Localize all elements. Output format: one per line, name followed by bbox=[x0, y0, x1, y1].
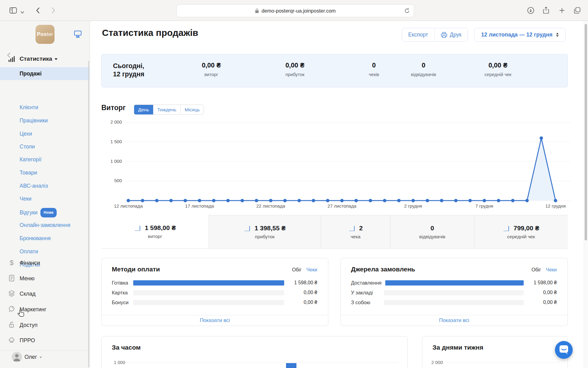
sidebar-item-online-orders[interactable]: Онлайн-замовлення bbox=[20, 221, 70, 229]
turnover-receipts-toggle: Обіг Чеки bbox=[292, 267, 318, 273]
sidebar-section-access[interactable]: Доступ bbox=[20, 321, 38, 329]
sidebar-item-products[interactable]: Товари bbox=[20, 169, 37, 177]
y-tick-label: 1 500 bbox=[97, 139, 122, 144]
today-profit: 0,00 ₴прибуток bbox=[285, 62, 304, 77]
user-menu[interactable]: Олег bbox=[24, 353, 42, 361]
summary-visitors[interactable]: 0 відвідувачів bbox=[390, 215, 474, 248]
today-summary-card: Сьогодні,12 грудня 0,00 ₴виторг 0,00 ₴пр… bbox=[101, 54, 568, 87]
today-visitors: 0відвідувачів bbox=[411, 62, 436, 77]
sidebar-scrollbar[interactable] bbox=[88, 61, 89, 367]
new-badge: Нове bbox=[40, 208, 56, 217]
bar-track bbox=[133, 280, 284, 286]
printer-icon bbox=[441, 32, 447, 38]
payment-methods-panel: Методи оплати Обіг Чеки Готівка 1 598,00… bbox=[101, 258, 328, 326]
sidebar-section-marketing[interactable]: Маркетинг bbox=[20, 305, 47, 314]
sidebar-section-statistics[interactable]: Статистика bbox=[20, 55, 58, 63]
payment-row-bonuses: Бонуси 0,00 ₴ bbox=[112, 297, 317, 307]
today-average-receipt: 0,00 ₴середній чек bbox=[484, 62, 511, 77]
address-bar[interactable]: demo-posterqr-ua.joinposter.com bbox=[176, 4, 414, 17]
sidebar-item-tables[interactable]: Столи bbox=[20, 143, 35, 151]
stepper-icon bbox=[556, 33, 559, 37]
sidebar-section-prro[interactable]: ПРРО bbox=[20, 336, 35, 345]
chevron-down-icon bbox=[40, 357, 42, 358]
sidebar-section-menu[interactable]: Меню bbox=[20, 274, 35, 283]
sidebar-item-reservations[interactable]: Бронювання bbox=[20, 234, 51, 242]
today-revenue: 0,00 ₴виторг bbox=[202, 62, 221, 77]
bar bbox=[286, 363, 296, 368]
gridline bbox=[129, 362, 399, 362]
today-receipts: 0чеків bbox=[369, 62, 379, 77]
sidebar-item-clients[interactable]: Клієнти bbox=[20, 103, 38, 111]
today-title: Сьогодні,12 грудня bbox=[113, 62, 144, 79]
toolbar-caret-icon[interactable] bbox=[20, 8, 24, 16]
bar-track bbox=[384, 300, 524, 305]
date-range-select[interactable]: 12 листопада — 12 грудня bbox=[474, 28, 566, 42]
summary-average-receipt[interactable]: 799,00 ₴ середній чек bbox=[474, 215, 568, 248]
loudspeaker-icon bbox=[8, 305, 15, 313]
refresh-icon[interactable] bbox=[404, 8, 410, 14]
period-tabs: День Тиждень Місяць bbox=[134, 105, 204, 115]
layers-icon bbox=[8, 290, 15, 297]
sidebar-item-sales[interactable]: Продажі bbox=[0, 67, 90, 80]
source-row-delivery: Доставлення 1 598,00 ₴ bbox=[351, 278, 557, 288]
tab-week[interactable]: Тиждень bbox=[153, 105, 180, 114]
lock-open-icon bbox=[8, 321, 15, 328]
download-icon[interactable] bbox=[527, 6, 535, 14]
sidebar-item-payments[interactable]: Оплати bbox=[20, 247, 38, 255]
bar-track bbox=[385, 280, 524, 286]
sidebar-item-workshops[interactable]: Цехи bbox=[20, 130, 32, 138]
sidebar-item-categories[interactable]: Категорії bbox=[20, 155, 41, 163]
y-tick-label: 1 000 bbox=[105, 360, 125, 365]
poster-logo[interactable]: Poster bbox=[36, 25, 55, 44]
y-tick-label: 2 000 bbox=[422, 360, 443, 365]
spark-icon bbox=[134, 225, 142, 232]
lock-icon bbox=[255, 8, 259, 13]
panel-title: За днями тижня bbox=[432, 344, 483, 351]
export-button[interactable]: Експорт bbox=[402, 28, 434, 41]
chat-widget-button[interactable] bbox=[555, 341, 573, 359]
sidebar-item-receipts[interactable]: Чеки bbox=[20, 195, 32, 203]
revenue-summary-row: 1 598,00 ₴ виторг 1 398,55 ₴ прибуток 2 … bbox=[101, 215, 568, 249]
panel-title: Джерела замовлень bbox=[351, 266, 415, 273]
sidebar-item-abc-analysis[interactable]: АВС-аналіз bbox=[20, 182, 48, 190]
summary-receipts[interactable]: 2 чека bbox=[321, 215, 390, 248]
receipts-toggle[interactable]: Чеки bbox=[546, 267, 557, 273]
summary-revenue[interactable]: 1 598,00 ₴ виторг bbox=[101, 215, 209, 248]
receipts-toggle[interactable]: Чеки bbox=[307, 267, 318, 273]
sidebar-section-finance[interactable]: Фінанси bbox=[20, 259, 40, 267]
sidebar-item-reviews[interactable]: ВідгукиНове bbox=[20, 208, 57, 217]
summary-profit[interactable]: 1 398,55 ₴ прибуток bbox=[209, 215, 321, 248]
spark-icon bbox=[503, 225, 511, 232]
forward-icon[interactable] bbox=[49, 6, 57, 14]
turnover-toggle[interactable]: Обіг bbox=[532, 267, 541, 273]
sidebar-item-employees[interactable]: Працівники bbox=[20, 117, 48, 125]
show-all-link[interactable]: Показати всі bbox=[341, 315, 567, 326]
y-tick-label: 500 bbox=[97, 178, 122, 183]
bar-chart-icon bbox=[8, 56, 15, 62]
by-time-panel: За часом 1 000 bbox=[101, 336, 408, 368]
revenue-title: Виторг bbox=[101, 104, 126, 112]
terminal-icon[interactable] bbox=[74, 30, 82, 38]
sidebar-toggle-icon[interactable] bbox=[9, 6, 17, 14]
bar-fill bbox=[385, 280, 524, 286]
chat-bubble-icon bbox=[555, 341, 573, 359]
payment-row-cash: Готівка 1 598,00 ₴ bbox=[112, 278, 317, 288]
page-title: Статистика продажів bbox=[102, 28, 198, 38]
new-tab-icon[interactable] bbox=[558, 6, 566, 14]
tab-month[interactable]: Місяць bbox=[180, 105, 204, 114]
share-icon[interactable] bbox=[542, 6, 550, 14]
tab-overview-icon[interactable] bbox=[573, 6, 581, 14]
back-icon[interactable] bbox=[34, 6, 42, 14]
dollar-icon: $ bbox=[8, 259, 15, 266]
tab-day[interactable]: День bbox=[134, 105, 153, 114]
sidebar-section-warehouse[interactable]: Склад bbox=[20, 289, 36, 298]
screen: demo-posterqr-ua.joinposter.com Poster bbox=[0, 0, 588, 368]
page-scrollbar-thumb[interactable] bbox=[585, 24, 587, 240]
show-all-link[interactable]: Показати всі bbox=[102, 315, 328, 326]
turnover-toggle[interactable]: Обіг bbox=[292, 267, 302, 273]
print-button[interactable]: Друк bbox=[434, 28, 468, 41]
avatar[interactable] bbox=[12, 352, 22, 362]
y-tick-label: 2 000 bbox=[97, 119, 122, 125]
sidebar: Poster Статистика Продажі Клієнти Праців… bbox=[0, 21, 90, 368]
spark-icon bbox=[349, 225, 356, 232]
